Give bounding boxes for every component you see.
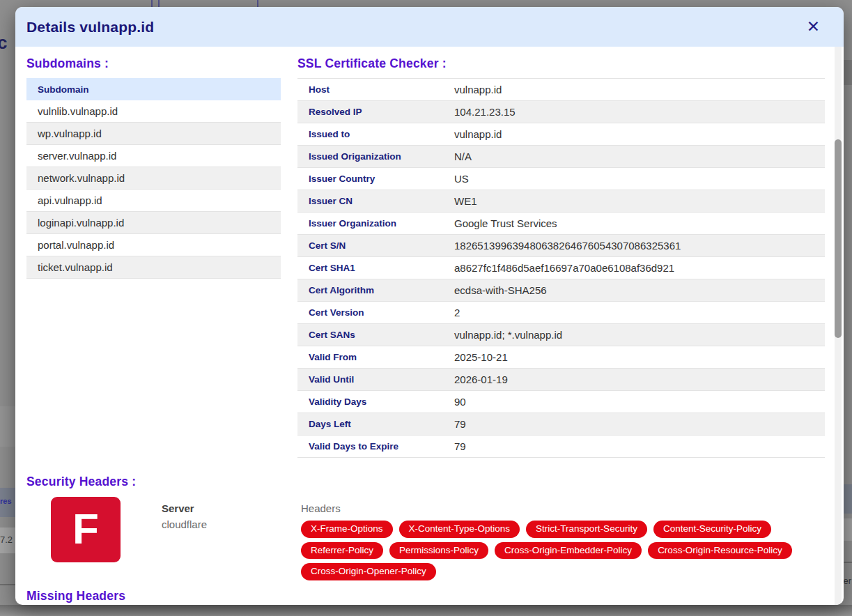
- background-band: [0, 406, 15, 447]
- ssl-row: Valid From2025-10-21: [297, 346, 825, 369]
- modal-title: Details vulnapp.id: [26, 19, 154, 36]
- subdomain-row: network.vulnapp.id: [26, 167, 281, 190]
- ssl-row: Days Left79: [297, 413, 825, 436]
- ssl-row-value: vulnapp.id: [454, 128, 502, 140]
- security-headers-heading: Security Headers :: [26, 475, 825, 489]
- header-pill: Cross-Origin-Opener-Policy: [301, 563, 436, 580]
- headers-pill-list: X-Frame-OptionsX-Content-Type-OptionsStr…: [301, 521, 825, 580]
- modal-header: Details vulnapp.id ✕: [15, 7, 844, 47]
- ssl-row-label: Valid From: [297, 352, 454, 362]
- ssl-row-value: US: [454, 173, 469, 185]
- ssl-row-label: Resolved IP: [297, 107, 454, 117]
- subdomain-table-body: vulnlib.vulnapp.idwp.vulnapp.idserver.vu…: [26, 100, 281, 279]
- header-pill: Cross-Origin-Embedder-Policy: [495, 542, 642, 560]
- server-label: Server: [162, 502, 301, 514]
- ssl-row-value: 104.21.23.15: [454, 106, 516, 118]
- ssl-row-label: Days Left: [297, 419, 454, 429]
- ssl-row-value: N/A: [454, 151, 472, 162]
- ssl-row-value: ecdsa-with-SHA256: [454, 284, 547, 296]
- ssl-row: Resolved IP104.21.23.15: [297, 101, 825, 123]
- subdomain-row: loginapi.vulnapp.id: [26, 212, 281, 234]
- background-text-fragment: 7.2: [0, 534, 13, 545]
- subdomain-row: ticket.vulnapp.id: [26, 256, 281, 279]
- headers-label: Headers: [301, 502, 825, 514]
- header-pill: Cross-Origin-Resource-Policy: [648, 542, 792, 560]
- ssl-row-label: Cert Algorithm: [297, 285, 454, 295]
- ssl-row-label: Issued Origanization: [297, 151, 454, 162]
- subdomains-section: Subdomains : Subdomain vulnlib.vulnapp.i…: [26, 48, 281, 458]
- ssl-row-label: Validity Days: [297, 396, 454, 407]
- ssl-section: SSL Certificate Checker : Hostvulnapp.id…: [297, 48, 825, 458]
- ssl-row-label: Cert SHA1: [297, 263, 454, 273]
- security-grade-badge: F: [51, 497, 121, 562]
- background-text-fragment: c: [0, 32, 7, 54]
- background-divider-line: [158, 0, 160, 7]
- ssl-row-value: vulnapp.id; *.vulnapp.id: [454, 329, 562, 341]
- subdomains-heading: Subdomains :: [26, 56, 281, 71]
- ssl-row: Issued tovulnapp.id: [297, 123, 825, 146]
- ssl-row: Validity Days90: [297, 391, 825, 413]
- ssl-row-label: Cert S/N: [297, 240, 454, 251]
- ssl-row: Cert S/N18265139963948063826467605430708…: [297, 235, 825, 257]
- details-modal: Details vulnapp.id ✕ Subdomains : Subdom…: [15, 7, 844, 605]
- ssl-row-value: 182651399639480638264676054307086325361: [454, 240, 681, 252]
- header-pill: Strict-Transport-Security: [526, 521, 647, 538]
- background-text-fragment: er: [843, 576, 851, 586]
- ssl-row-value: Google Trust Services: [454, 217, 557, 229]
- ssl-row-label: Valid Until: [297, 374, 454, 385]
- background-divider-line: [257, 0, 258, 7]
- ssl-row: Cert SANsvulnapp.id; *.vulnapp.id: [297, 324, 825, 346]
- server-value: cloudflare: [162, 518, 301, 530]
- modal-body: Subdomains : Subdomain vulnlib.vulnapp.i…: [15, 47, 844, 603]
- security-headers-section: Security Headers : F Server cloudflare H…: [26, 475, 825, 580]
- subdomain-row: server.vulnapp.id: [26, 145, 281, 167]
- header-pill: X-Frame-Options: [301, 521, 393, 538]
- ssl-row: Cert SHA1a8627fc1f486d5aef16697a70a0e610…: [297, 257, 825, 279]
- close-icon[interactable]: ✕: [807, 19, 820, 35]
- ssl-row-label: Issued to: [297, 129, 454, 139]
- ssl-row-value: 79: [454, 418, 466, 430]
- ssl-row: Cert Algorithmecdsa-with-SHA256: [297, 279, 825, 302]
- ssl-row-value: 79: [454, 440, 466, 452]
- ssl-row-label: Issuer Country: [297, 174, 454, 184]
- ssl-row-label: Cert SANs: [297, 330, 454, 340]
- subdomain-row: vulnlib.vulnapp.id: [26, 100, 281, 123]
- ssl-row: Issuer CountryUS: [297, 168, 825, 190]
- ssl-row-value: vulnapp.id: [454, 84, 502, 95]
- modal-scrollbar-thumb[interactable]: [835, 139, 842, 338]
- ssl-row: Issued OriganizationN/A: [297, 146, 825, 168]
- background-band: [0, 605, 852, 616]
- ssl-row: Hostvulnapp.id: [297, 79, 825, 101]
- missing-headers-heading: Missing Headers: [26, 589, 825, 603]
- server-block: Server cloudflare: [162, 497, 301, 530]
- modal-scrollbar-track[interactable]: [835, 47, 842, 605]
- header-pill: Permissions-Policy: [389, 542, 488, 560]
- ssl-row-label: Host: [297, 84, 454, 95]
- header-pill: Referrer-Policy: [301, 542, 383, 560]
- background-band: [842, 60, 852, 85]
- ssl-row-value: WE1: [454, 195, 477, 207]
- ssl-row: Valid Days to Expire79: [297, 436, 825, 458]
- header-pill: Content-Security-Policy: [653, 521, 771, 538]
- subdomains-table: Subdomain vulnlib.vulnapp.idwp.vulnapp.i…: [26, 78, 281, 279]
- subdomain-row: wp.vulnapp.id: [26, 123, 281, 145]
- ssl-row-value: a8627fc1f486d5aef16697a70a0e6108af36d921: [454, 262, 674, 274]
- header-pill: X-Content-Type-Options: [399, 521, 520, 538]
- ssl-row-value: 2025-10-21: [454, 351, 508, 363]
- background-divider-line: [0, 584, 15, 585]
- subdomain-column-header: Subdomain: [26, 78, 281, 100]
- ssl-heading: SSL Certificate Checker :: [297, 56, 825, 71]
- headers-block: Headers X-Frame-OptionsX-Content-Type-Op…: [301, 497, 825, 580]
- subdomain-row: api.vulnapp.id: [26, 190, 281, 212]
- ssl-table: Hostvulnapp.idResolved IP104.21.23.15Iss…: [297, 78, 825, 458]
- ssl-row-value: 2: [454, 307, 460, 318]
- ssl-row: Valid Until2026-01-19: [297, 369, 825, 391]
- background-text-fragment: res: [0, 497, 12, 505]
- ssl-row: Issuer OrganizationGoogle Trust Services: [297, 213, 825, 235]
- ssl-row-value: 90: [454, 396, 466, 408]
- ssl-row: Cert Version2: [297, 302, 825, 324]
- ssl-row-value: 2026-01-19: [454, 374, 508, 385]
- ssl-row: Issuer CNWE1: [297, 190, 825, 213]
- background-divider-line: [151, 0, 153, 7]
- subdomain-row: portal.vulnapp.id: [26, 234, 281, 256]
